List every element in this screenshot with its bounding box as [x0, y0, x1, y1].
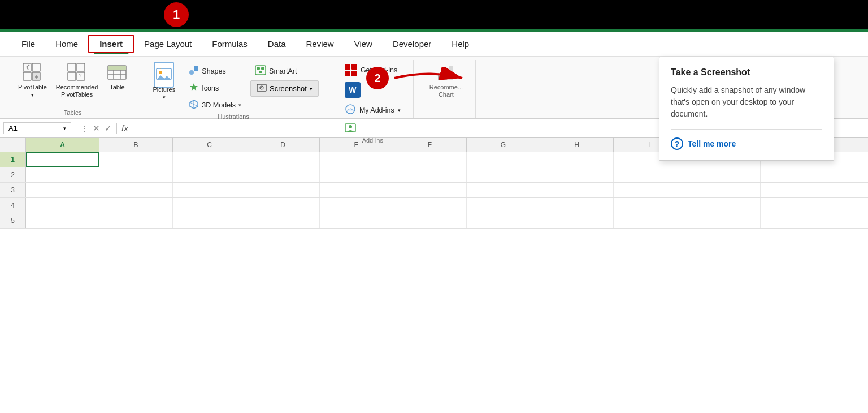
tab-developer[interactable]: Developer [383, 36, 441, 52]
word-addin[interactable]: W [340, 80, 365, 100]
cell-i3[interactable] [614, 183, 687, 197]
tooltip-title: Take a Screenshot [671, 67, 822, 78]
cell-d3[interactable] [246, 183, 320, 197]
svg-rect-23 [255, 66, 266, 75]
cell-j4[interactable] [687, 198, 761, 213]
cell-h3[interactable] [540, 183, 614, 197]
screenshot-icon [257, 83, 267, 94]
cell-f4[interactable] [393, 198, 467, 213]
pictures-icon [154, 64, 174, 85]
cell-d4[interactable] [246, 198, 320, 213]
cell-c4[interactable] [173, 198, 246, 213]
cell-c1[interactable] [173, 152, 246, 167]
cell-c3[interactable] [173, 183, 246, 197]
tab-view[interactable]: View [344, 36, 383, 52]
recommended-pivottables-icon: ? [67, 62, 87, 83]
cell-e2[interactable] [320, 167, 393, 182]
get-addins-button[interactable]: Get Add-ins [340, 62, 402, 78]
smartart-button[interactable]: SmartArt [250, 63, 319, 79]
cell-f2[interactable] [393, 167, 467, 182]
tab-insert[interactable]: Insert [88, 35, 134, 53]
tab-formulas[interactable]: Formulas [202, 36, 258, 52]
col-header-h[interactable]: H [540, 138, 614, 152]
cell-h5[interactable] [540, 213, 614, 228]
cell-i4[interactable] [614, 198, 687, 213]
cell-h1[interactable] [540, 152, 614, 167]
cell-h2[interactable] [540, 167, 614, 182]
tooltip-tell-me-more-link[interactable]: ? Tell me more [671, 137, 822, 150]
tab-help[interactable]: Help [441, 36, 479, 52]
name-box[interactable]: A1 ▾ [3, 122, 71, 134]
svg-point-29 [261, 87, 262, 88]
col-header-d[interactable]: D [246, 138, 320, 152]
cell-d5[interactable] [246, 213, 320, 228]
tab-review[interactable]: Review [296, 36, 344, 52]
cell-a3[interactable] [26, 183, 99, 197]
formula-cancel-icon[interactable]: ✕ [93, 123, 100, 134]
3dmodels-icon [189, 99, 199, 111]
cell-b4[interactable] [99, 198, 173, 213]
cell-j3[interactable] [687, 183, 761, 197]
col-header-a[interactable]: A [26, 138, 99, 152]
cell-e5[interactable] [320, 213, 393, 228]
cell-b5[interactable] [99, 213, 173, 228]
tab-page-layout[interactable]: Page Layout [134, 36, 202, 52]
tab-data[interactable]: Data [258, 36, 296, 52]
cell-a2[interactable] [26, 167, 99, 182]
cell-b3[interactable] [99, 183, 173, 197]
col-header-c[interactable]: C [173, 138, 246, 152]
icons-button[interactable]: Icons [184, 80, 246, 96]
cell-f1[interactable] [393, 152, 467, 167]
cell-f5[interactable] [393, 213, 467, 228]
grid-row-3: 3 [0, 183, 868, 198]
cell-g3[interactable] [467, 183, 540, 197]
cell-a5[interactable] [26, 213, 99, 228]
screenshot-button[interactable]: Screenshot ▾ [250, 80, 319, 97]
cell-b1[interactable] [99, 152, 173, 167]
tab-home[interactable]: Home [45, 36, 88, 52]
cell-g5[interactable] [467, 213, 540, 228]
formula-confirm-icon[interactable]: ✓ [105, 123, 112, 134]
recommended-charts-button[interactable]: Recomme...Chart [425, 60, 467, 101]
svg-rect-6 [77, 63, 85, 71]
tab-file[interactable]: File [11, 36, 45, 52]
cell-j5[interactable] [687, 213, 761, 228]
pivottable-button[interactable]: PivotTable▾ [14, 60, 51, 101]
cell-c5[interactable] [173, 213, 246, 228]
table-button[interactable]: Table [102, 60, 132, 93]
cell-a4[interactable] [26, 198, 99, 213]
ribbon-group-addins: Get Add-ins W My Add-ins ▾ [332, 60, 414, 118]
col-header-f[interactable]: F [393, 138, 467, 152]
name-box-dropdown[interactable]: ▾ [63, 126, 66, 131]
ribbon-group-tables: PivotTable▾ ? RecommendedPivotTables [6, 60, 140, 118]
col-header-b[interactable]: B [99, 138, 173, 152]
cell-c2[interactable] [173, 167, 246, 182]
cell-j2[interactable] [687, 167, 761, 182]
cell-g1[interactable] [467, 152, 540, 167]
cell-h4[interactable] [540, 198, 614, 213]
cell-i2[interactable] [614, 167, 687, 182]
my-addins-button[interactable]: My Add-ins ▾ [340, 102, 405, 118]
screenshot-label: Screenshot [270, 84, 307, 93]
cell-b2[interactable] [99, 167, 173, 182]
get-addins-icon [345, 64, 357, 76]
cell-e3[interactable] [320, 183, 393, 197]
recommended-pivottables-button[interactable]: ? RecommendedPivotTables [51, 60, 103, 101]
cell-a1[interactable] [26, 152, 99, 167]
cell-g4[interactable] [467, 198, 540, 213]
3dmodels-button[interactable]: 3D Models ▾ [184, 97, 246, 113]
cell-d2[interactable] [246, 167, 320, 182]
svg-point-18 [189, 70, 194, 75]
pictures-button[interactable]: Pictures▾ [148, 62, 180, 103]
cell-e1[interactable] [320, 152, 393, 167]
recommended-charts-icon [436, 62, 456, 83]
col-header-g[interactable]: G [467, 138, 540, 152]
green-addin-icon[interactable] [340, 121, 361, 137]
recommended-pivottables-label: RecommendedPivotTables [56, 84, 98, 98]
cell-e4[interactable] [320, 198, 393, 213]
cell-d1[interactable] [246, 152, 320, 167]
cell-g2[interactable] [467, 167, 540, 182]
cell-i5[interactable] [614, 213, 687, 228]
shapes-button[interactable]: Shapes [184, 63, 246, 79]
cell-f3[interactable] [393, 183, 467, 197]
